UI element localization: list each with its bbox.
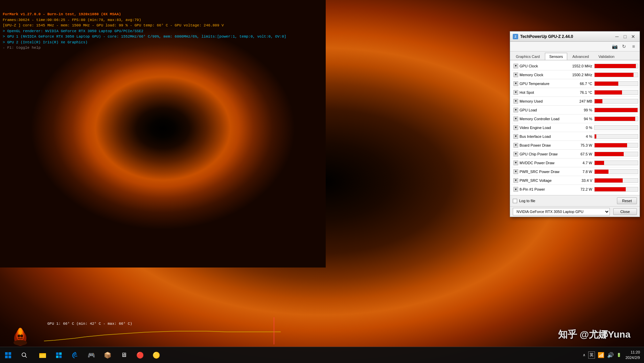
sensor-name-10: ▼ GPU Chip Power Draw bbox=[511, 152, 571, 156]
sensor-dropdown-7[interactable]: ▼ bbox=[513, 125, 518, 130]
sensor-name-7: ▼ Video Engine Load bbox=[511, 125, 571, 130]
svg-rect-11 bbox=[8, 356, 11, 358]
refresh-icon[interactable]: ↻ bbox=[621, 43, 627, 50]
tab-graphics-card[interactable]: Graphics Card bbox=[511, 53, 544, 60]
svg-line-13 bbox=[25, 356, 27, 358]
sensor-name-12: ▼ PWR_SRC Power Draw bbox=[511, 169, 571, 174]
furmark-line6: > GPU 2 (Intel(R) Iris(R) Xe Graphics) bbox=[3, 40, 323, 45]
sensor-dropdown-6[interactable]: ▼ bbox=[513, 116, 518, 121]
sensor-row: ▼ GPU Temperature 66.7 °C bbox=[511, 79, 638, 88]
svg-point-7 bbox=[20, 335, 23, 337]
sensor-dropdown-13[interactable]: ▼ bbox=[513, 178, 518, 183]
sensor-bar-12 bbox=[595, 170, 608, 174]
sensor-bar-container-3 bbox=[594, 90, 638, 95]
taskbar-app-4[interactable]: 🟡 bbox=[149, 348, 164, 363]
taskbar-app-3[interactable]: 🖥 bbox=[116, 348, 131, 363]
sensor-dropdown-11[interactable]: ▼ bbox=[513, 161, 518, 165]
sensor-name-0: ▼ GPU Clock bbox=[511, 64, 571, 68]
start-button[interactable] bbox=[0, 347, 16, 363]
sensor-bar-container-2 bbox=[594, 81, 638, 86]
furmark-line3: [GPU-Z ] core: 1545 MHz - mem: 1500 MHz … bbox=[3, 23, 323, 28]
sensor-bar-0 bbox=[595, 64, 636, 68]
svg-rect-18 bbox=[59, 352, 62, 355]
sensor-name-4: ▼ Memory Used bbox=[511, 99, 571, 104]
systray-speaker[interactable]: 🔊 bbox=[607, 352, 614, 358]
gpuz-bottom-bar: Log to file Reset bbox=[510, 195, 640, 206]
sensor-value-0: 1552.0 MHz bbox=[571, 64, 594, 68]
svg-point-6 bbox=[18, 335, 20, 337]
camera-icon[interactable]: 📷 bbox=[611, 43, 618, 50]
furmark-line2: Frames:30624 - time:00:06:25 - FPS:80 (m… bbox=[3, 17, 323, 23]
furmark-line5: > GPU 1 (NVIDIA GeForce RTX 3050 Laptop … bbox=[3, 34, 323, 40]
svg-rect-20 bbox=[59, 355, 62, 358]
sensor-bar-container-6 bbox=[594, 116, 638, 121]
sensor-bar-container-0 bbox=[594, 64, 638, 68]
taskbar-app-1[interactable]: 🎮 bbox=[84, 348, 99, 363]
menu-icon[interactable]: ≡ bbox=[630, 43, 637, 50]
taskbar-app-edge[interactable] bbox=[68, 348, 83, 363]
sensors-table: ▼ GPU Clock 1552.0 MHz ▼ Memory Clock 15… bbox=[510, 60, 640, 195]
reset-button[interactable]: Reset bbox=[617, 197, 637, 204]
gpuz-titlebar: Z TechPowerUp GPU-Z 2.44.0 ─ □ ✕ bbox=[510, 31, 640, 42]
sensor-dropdown-9[interactable]: ▼ bbox=[513, 143, 518, 148]
taskbar-app-explorer[interactable] bbox=[35, 348, 50, 363]
taskbar-app-files[interactable] bbox=[51, 348, 66, 363]
taskbar-search-button[interactable] bbox=[16, 347, 32, 363]
tab-validation[interactable]: Validation bbox=[594, 53, 619, 60]
sensor-dropdown-5[interactable]: ▼ bbox=[513, 108, 518, 112]
sensor-value-2: 66.7 °C bbox=[571, 82, 594, 86]
furmark-overlay: FurMark v1.27.0.0 - Burn-in test, 1920x1… bbox=[0, 9, 326, 53]
log-to-file-checkbox[interactable] bbox=[513, 199, 517, 203]
gpuz-window: Z TechPowerUp GPU-Z 2.44.0 ─ □ ✕ 📷 ↻ ≡ G… bbox=[510, 31, 640, 217]
taskbar-app-2[interactable]: 📦 bbox=[100, 348, 115, 363]
sensor-dropdown-4[interactable]: ▼ bbox=[513, 99, 518, 104]
gpuz-minimize-button[interactable]: ─ bbox=[613, 33, 621, 40]
sensor-bar-container-5 bbox=[594, 108, 638, 112]
sensor-name-3: ▼ Hot Spot bbox=[511, 90, 571, 95]
taskbar-clock[interactable]: 11:20 2024/2/9 bbox=[625, 350, 644, 360]
sensor-bar-container-7 bbox=[594, 125, 638, 130]
svg-point-12 bbox=[22, 353, 26, 357]
sensor-dropdown-1[interactable]: ▼ bbox=[513, 72, 518, 77]
taskbar-app-furmark[interactable]: 🔴 bbox=[133, 348, 147, 363]
log-to-file-label[interactable]: Log to file bbox=[519, 199, 535, 203]
sensor-dropdown-8[interactable]: ▼ bbox=[513, 134, 518, 139]
sensor-dropdown-3[interactable]: ▼ bbox=[513, 90, 518, 95]
sensor-bar-container-12 bbox=[594, 169, 638, 174]
sensor-dropdown-12[interactable]: ▼ bbox=[513, 169, 518, 174]
systray-wifi[interactable]: 📶 bbox=[598, 352, 604, 358]
sensor-bar-9 bbox=[595, 143, 627, 147]
systray-arrow[interactable]: ∧ bbox=[583, 353, 585, 357]
sensor-bar-5 bbox=[595, 108, 638, 112]
sensor-bar-6 bbox=[595, 117, 635, 121]
sensor-name-9: ▼ Board Power Draw bbox=[511, 143, 571, 148]
sensor-name-8: ▼ Bus Interface Load bbox=[511, 134, 571, 139]
systray-battery[interactable]: 🔋 bbox=[617, 353, 621, 357]
sensor-value-8: 4 % bbox=[571, 134, 594, 138]
sensor-bar-container-10 bbox=[594, 152, 638, 156]
sensor-dropdown-14[interactable]: ▼ bbox=[513, 187, 518, 192]
gpuz-footer: NVIDIA GeForce RTX 3050 Laptop GPU Close bbox=[510, 206, 640, 217]
tab-sensors[interactable]: Sensors bbox=[545, 53, 567, 60]
sensor-row: ▼ Memory Controller Load 94 % bbox=[511, 114, 638, 123]
sensor-dropdown-0[interactable]: ▼ bbox=[513, 64, 518, 68]
sensor-row: ▼ PWR_SRC Voltage 33.4 V bbox=[511, 176, 638, 185]
svg-point-4 bbox=[19, 328, 22, 335]
sensor-name-14: ▼ 8-Pin #1 Power bbox=[511, 187, 571, 192]
taskbar-apps: 🎮 📦 🖥 🔴 🟡 bbox=[32, 348, 579, 363]
systray-ime[interactable]: 英 bbox=[588, 351, 595, 359]
sensor-value-4: 247 MB bbox=[571, 99, 594, 103]
close-button[interactable]: Close bbox=[613, 208, 637, 215]
gpuz-app-icon: Z bbox=[513, 34, 518, 39]
gpu-select-dropdown[interactable]: NVIDIA GeForce RTX 3050 Laptop GPU bbox=[513, 208, 610, 215]
sensor-value-3: 76.1 °C bbox=[571, 90, 594, 94]
gpuz-close-button[interactable]: ✕ bbox=[629, 33, 637, 40]
sensor-value-13: 33.4 V bbox=[571, 178, 594, 183]
taskbar-systray: ∧ 英 📶 🔊 🔋 bbox=[579, 351, 625, 359]
sensor-bar-2 bbox=[595, 82, 618, 86]
gpuz-tabs: Graphics Card Sensors Advanced Validatio… bbox=[510, 51, 640, 60]
tab-advanced[interactable]: Advanced bbox=[568, 53, 593, 60]
gpuz-restore-button[interactable]: □ bbox=[621, 33, 629, 40]
sensor-dropdown-10[interactable]: ▼ bbox=[513, 152, 518, 156]
sensor-dropdown-2[interactable]: ▼ bbox=[513, 81, 518, 86]
